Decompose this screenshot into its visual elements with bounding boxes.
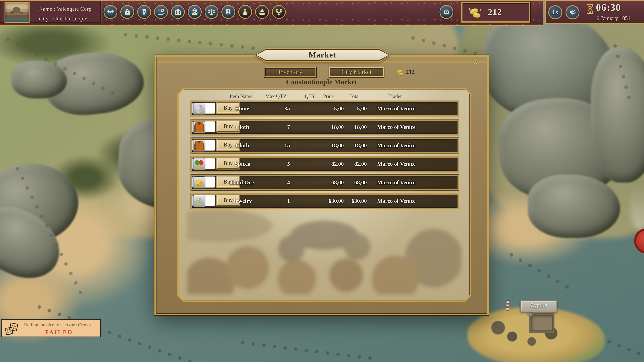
dice-icon [4, 322, 18, 336]
price-value: 18,00 [316, 121, 344, 134]
satchel-icon[interactable] [120, 5, 134, 19]
item-icon [193, 103, 205, 115]
price-value: 18,00 [316, 139, 344, 152]
dialog-title-banner: Market [254, 48, 390, 62]
total-value: 18,00 [345, 139, 367, 152]
total-value: 18,00 [345, 121, 367, 134]
max-qty-value: 5 [264, 158, 290, 171]
max-qty-value: 35 [264, 102, 290, 115]
total-value: 82,00 [345, 158, 367, 171]
top-bar: Name : Valengate Corp City : Constantino… [0, 0, 544, 26]
price-value: 82,00 [316, 158, 344, 171]
coins-panel: 212 [461, 2, 530, 22]
coins-icon [468, 6, 482, 19]
trade-globe-icon[interactable] [188, 5, 202, 19]
crown-portrait-icon[interactable] [440, 5, 453, 19]
item-icon [193, 176, 205, 189]
mountain [591, 47, 644, 183]
price-value: 5,00 [316, 102, 344, 115]
price-value: 630,00 [316, 195, 344, 208]
cyprus-town [489, 315, 567, 348]
dialog-subtitle: Constantinople Market [156, 78, 487, 86]
market-scene-backdrop [187, 199, 461, 294]
coins-icon [396, 68, 405, 76]
table-row: Jewelry 1 630,00 630,00 Marco of Venice … [191, 193, 459, 209]
max-qty-value: 4 [264, 176, 290, 189]
banner-crest-icon[interactable] [221, 5, 235, 19]
col-max-qty: Max QTY [263, 92, 289, 100]
price-value: 68,00 [316, 176, 344, 189]
game-speed-button[interactable]: 1x [548, 5, 562, 19]
player-city: City : Constantinople [39, 15, 88, 22]
svg-text:$: $ [162, 9, 164, 13]
podium-icon[interactable] [137, 5, 151, 19]
trader-name: Marco of Venice [369, 102, 424, 115]
trader-name: Marco of Venice [369, 121, 424, 134]
table-row: Cloth 7 18,00 18,00 Marco of Venice Buy [191, 119, 459, 135]
close-icon[interactable]: x [474, 58, 477, 65]
player-panel: Name : Valengate Corp City : Constantino… [0, 1, 102, 23]
player-name: Name : Valengate Corp [39, 6, 92, 12]
city-portrait [4, 2, 30, 23]
notification-status: FAILED [20, 329, 98, 336]
scales-icon[interactable] [204, 5, 218, 19]
trader-name: Marco of Venice [369, 195, 424, 208]
item-icon [193, 121, 205, 133]
lighthouse [506, 301, 509, 311]
table-row: Gold Ore 4 68,00 68,00 Marco of Venice B… [191, 175, 459, 190]
market-table-frame: Item Name Max QTY QTY Price Total Trader… [178, 88, 471, 302]
sound-button[interactable] [566, 5, 580, 19]
table-row: Stone 35 5,00 5,00 Marco of Venice Buy [191, 101, 459, 116]
market-table-rows: Stone 35 5,00 5,00 Marco of Venice Buy C… [191, 101, 459, 212]
tab-inventory[interactable]: Inventory [264, 67, 316, 77]
bank-icon[interactable] [171, 5, 185, 19]
item-icon [193, 195, 205, 207]
table-header: Item Name Max QTY QTY Price Total Trader [191, 92, 459, 100]
max-qty-value: 15 [264, 139, 290, 152]
trader-name: Marco of Venice [369, 158, 424, 171]
total-value: 630,00 [345, 195, 367, 208]
clock-time: 06:30 [596, 2, 621, 13]
market-dialog: x Inventory City Market 212 Constantinop… [154, 55, 489, 315]
trader-name: Marco of Venice [369, 176, 424, 189]
notification-message: Rolling the dice for { Azure Crown } [20, 322, 98, 327]
company-people-icon[interactable] [272, 5, 286, 19]
handshake-icon[interactable] [104, 5, 118, 19]
market-table-panel: Item Name Max QTY QTY Price Total Trader… [178, 89, 470, 300]
svg-text:%: % [157, 9, 162, 13]
game-screen: Cyprus Name : Valengate Corp City : Cons… [0, 0, 644, 362]
city-label-cyprus[interactable]: Cyprus [520, 300, 557, 312]
trade-route-dots [240, 340, 375, 361]
total-value: 68,00 [345, 176, 367, 189]
dialog-title: Market [256, 50, 388, 60]
dice-roll-notification: Rolling the dice for { Azure Crown } FAI… [1, 319, 101, 337]
coins-amount: 212 [488, 7, 502, 17]
max-qty-value: 7 [264, 121, 290, 134]
max-qty-value: 1 [264, 195, 290, 208]
hourglass-icon [586, 4, 594, 14]
trader-name: Marco of Venice [369, 139, 424, 152]
item-icon [193, 140, 205, 152]
speaker-icon [568, 8, 577, 17]
table-row: Spices 5 82,00 82,00 Marco of Venice Buy [191, 156, 459, 172]
col-price: Price [314, 92, 342, 100]
col-trader: Trader [368, 92, 422, 100]
total-value: 5,00 [345, 102, 367, 115]
game-date: 9 January 1051 [583, 15, 644, 22]
ship-icon[interactable] [255, 5, 269, 19]
loan-percent-icon[interactable]: %$ [154, 5, 168, 19]
tab-city-market[interactable]: City Market [329, 67, 384, 77]
time-panel: 1x 06:30 9 January 1051 [545, 0, 644, 24]
alchemy-flask-icon[interactable] [238, 5, 252, 19]
cyprus-castle [529, 313, 554, 333]
item-icon [193, 158, 205, 170]
table-row: Cloth 15 18,00 18,00 Marco of Venice Buy [191, 138, 459, 153]
dialog-coins-amount: 212 [406, 68, 415, 76]
col-total: Total [344, 92, 366, 100]
